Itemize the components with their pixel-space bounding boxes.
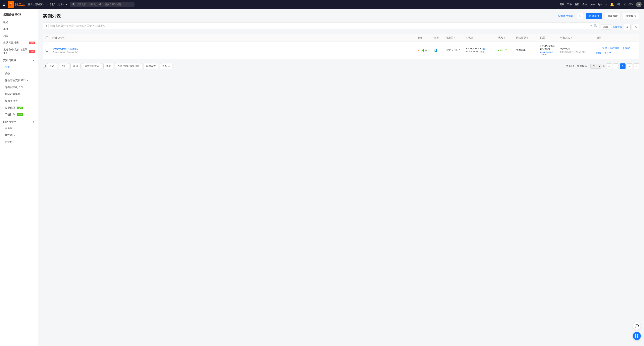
batch-operation-button[interactable]: 批量操作	[623, 13, 639, 19]
page-first-btn[interactable]: «	[606, 64, 612, 69]
tag-filter-button[interactable]: 标签	[601, 24, 611, 30]
nav-link-cost[interactable]: 费用	[560, 3, 564, 6]
instance-name: iZ2zecyhvtsof172usbim5Z	[52, 51, 414, 53]
td-instance-id: i-2zecyhvtsof172usbim5 iZ2zecyhvtsof172u…	[50, 48, 416, 53]
table-header: 实例ID/名称 标签 监控 可用区 ⇅ IP地址 状态 ⇅	[43, 34, 639, 42]
table-row: i-2zecyhvtsof172usbim5 iZ2zecyhvtsof172u…	[43, 42, 639, 59]
nav-link-app[interactable]: App	[598, 3, 602, 6]
action-more[interactable]: 更多 ▾	[604, 51, 611, 54]
sidebar-item-images[interactable]: 镜像	[0, 70, 38, 77]
config-spec: 1 vCPU 2 GiB (I/O优化)	[540, 44, 555, 50]
nav-link-ticket[interactable]: 工单	[567, 3, 572, 6]
sidebar-section-network[interactable]: 网络与安全 ∧	[0, 118, 38, 125]
page-current-btn[interactable]: 1	[620, 64, 626, 69]
advanced-search-link[interactable]: 高级搜索	[612, 25, 622, 29]
create-diagnose-button[interactable]: 创建诊断	[604, 13, 621, 19]
pagination-total: 共有1条，每页显示：	[566, 64, 589, 68]
account-selector[interactable]: 账号全部资源 ▾	[28, 3, 44, 6]
tag-label-icon[interactable]: 🏷	[418, 49, 420, 52]
float-chat-btn[interactable]: 💬	[633, 322, 641, 330]
sidebar-item-overview[interactable]: 概览	[0, 19, 38, 26]
action-renew[interactable]: 续费	[596, 51, 601, 54]
select-all-checkbox[interactable]	[46, 36, 48, 39]
sidebar-item-instances[interactable]: 实例	[0, 64, 38, 70]
main-content: 实例列表 实例使用须知 ↻ 创建实例 创建诊断 批量操作 ▾ ? 🔍 标签 高级…	[38, 9, 644, 346]
th-billing[interactable]: 付费方式 ⇅	[559, 36, 595, 40]
sidebar-item-reserved[interactable]: 预留实例券	[0, 98, 38, 104]
btn-stop[interactable]: 停止	[59, 63, 69, 69]
pagination: 共有1条，每页显示： 20 50 100 条 « ‹ 1 › »	[566, 64, 639, 69]
filter-help-icon[interactable]: ?	[590, 24, 592, 28]
sidebar-item-resource[interactable]: 资源保障 NEW	[0, 104, 38, 111]
sidebar-item-ddh[interactable]: 专有宿主机 DDH	[0, 84, 38, 91]
sidebar-item-events[interactable]: 事件	[0, 26, 38, 32]
sidebar-item-keypair[interactable]: 密钥对	[0, 138, 38, 145]
cart-icon[interactable]: 🛒	[617, 2, 621, 6]
page-header: 实例列表 实例使用须知 ↻ 创建实例 创建诊断 批量操作	[43, 13, 639, 19]
page-last-btn[interactable]: »	[634, 64, 639, 69]
row-checkbox[interactable]	[46, 49, 48, 52]
nav-link-enterprise[interactable]: 企业	[582, 3, 587, 6]
th-zone[interactable]: 可用区 ⇅	[444, 36, 464, 40]
arrow-annotation: →	[596, 46, 600, 50]
usage-guide-link[interactable]: 实例使用须知	[558, 14, 573, 18]
action-manage[interactable]: 管理	[602, 46, 607, 50]
th-status[interactable]: 状态 ⇅	[496, 36, 514, 40]
snapshot-icon[interactable]: ⊞	[425, 49, 428, 52]
sidebar-collapse-btn[interactable]: ‹	[38, 174, 38, 182]
per-page-select[interactable]: 20 50 100	[590, 64, 602, 69]
sidebar-section-instance[interactable]: 实例与镜像 ∧	[0, 56, 38, 64]
btn-release[interactable]: 释放设置	[144, 63, 158, 69]
btn-more[interactable]: 更多 ▲	[160, 63, 172, 69]
nav-link-icp[interactable]: 备案	[575, 3, 580, 6]
action-upgrade[interactable]: 升降配	[622, 46, 630, 50]
download-icon[interactable]: ⬇	[624, 24, 630, 30]
create-instance-button[interactable]: 创建实例	[586, 13, 602, 19]
nav-link-support[interactable]: 支持	[590, 3, 595, 6]
page-prev-btn[interactable]: ‹	[613, 64, 619, 69]
refresh-button[interactable]: ↻	[577, 13, 584, 19]
svg-rect-2	[635, 336, 636, 338]
sidebar-item-hpc[interactable]: 超级计算集群	[0, 91, 38, 98]
status-dot	[498, 50, 499, 51]
menu-icon[interactable]: ☰	[2, 2, 6, 6]
help-icon[interactable]: ?	[624, 2, 626, 6]
action-remote-connect[interactable]: 远程连接	[610, 46, 620, 50]
settings-icon[interactable]: ⚙	[632, 24, 639, 30]
filter-search-button[interactable]: 🔍	[594, 24, 598, 28]
sidebar-item-secgroup[interactable]: 安全组	[0, 125, 38, 132]
svg-rect-3	[637, 336, 638, 338]
sidebar-item-eni[interactable]: 弹性网卡	[0, 132, 38, 138]
btn-reset-password[interactable]: 重置实例密码	[82, 63, 102, 69]
bell-icon[interactable]: 🔔	[610, 2, 614, 6]
btn-renew[interactable]: 续费	[104, 63, 114, 69]
float-grid-btn[interactable]	[633, 332, 641, 340]
config-type-link[interactable]: ecs.n4.small	[540, 51, 557, 53]
sidebar-item-saving[interactable]: 节省计划 NEW	[0, 111, 38, 118]
mail-icon[interactable]: ✉	[605, 2, 607, 6]
btn-restart[interactable]: 重启	[70, 63, 80, 69]
td-ip: ●●.●●.●●●.●● 公 ●●.●●.●●.●● 私有	[464, 47, 496, 53]
td-monitor[interactable]: 📊	[432, 49, 444, 52]
btn-convert-billing[interactable]: 按量付费转包年包月	[115, 63, 142, 69]
sidebar-title: 云服务器 ECS	[0, 11, 38, 19]
sidebar-item-tags[interactable]: 标签	[0, 32, 38, 39]
bottom-select-all[interactable]	[43, 65, 46, 68]
lang-selector[interactable]: 简体	[628, 3, 633, 6]
sidebar-item-troubleshoot[interactable]: 自助问题排查 HOT	[0, 39, 38, 46]
btn-start[interactable]: 启动	[47, 63, 57, 69]
filter-input[interactable]	[50, 24, 588, 27]
page-next-btn[interactable]: ›	[627, 64, 632, 69]
th-network[interactable]: 网络类型 ⇅	[514, 36, 538, 40]
billing-type: 包年包月	[560, 47, 593, 50]
filter-prefix: ▾	[45, 24, 48, 28]
sidebar-item-eci[interactable]: 弹性容器实例 ECI ↗	[0, 77, 38, 84]
avatar[interactable]: Ie	[636, 2, 642, 7]
sidebar-item-cloudhand[interactable]: 发送命令/文件（云助手） HOT	[0, 46, 38, 56]
region-selector[interactable]: 华北2（北京） ▾	[49, 3, 67, 6]
global-search-input[interactable]	[77, 3, 132, 6]
hot-badge-2: HOT	[29, 50, 35, 53]
monitor-bar-icon[interactable]	[421, 49, 424, 52]
bandwidth: 1Mbps	[540, 54, 547, 56]
instance-id-link[interactable]: i-2zecyhvtsof172usbim5	[52, 48, 414, 50]
